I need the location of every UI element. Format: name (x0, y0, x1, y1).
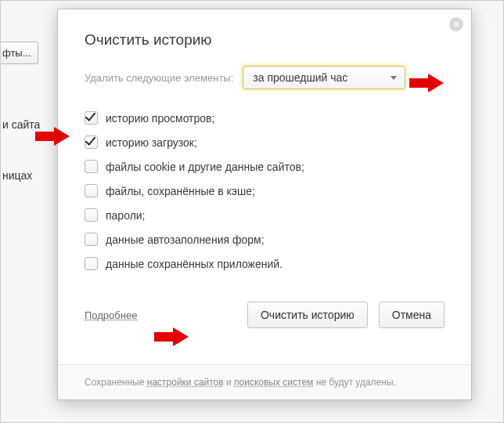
checkbox-label: пароли; (106, 209, 146, 222)
background-fonts-button[interactable]: фты... (1, 42, 38, 64)
background-text-2: ницах (2, 169, 32, 182)
dialog-title: Очистить историю (85, 31, 445, 49)
checkbox-app-data[interactable] (85, 257, 98, 270)
checkbox-label: файлы, сохранённые в кэше; (106, 185, 255, 197)
footer-link-site-settings[interactable]: настройки сайтов (147, 377, 224, 388)
checkbox-label: данные автозаполнения форм; (106, 233, 265, 246)
checkbox-browsing-history[interactable] (85, 111, 98, 125)
background-sidebar: фты... и сайта ницах (1, 1, 56, 422)
checkbox-label: историю просмотров; (106, 112, 214, 125)
clear-history-dialog: × Очистить историю Удалить следующие эле… (57, 9, 472, 400)
more-link[interactable]: Подробнее (85, 309, 137, 321)
period-select[interactable]: за прошедший час (243, 66, 405, 89)
list-item: историю загрузок; (85, 136, 445, 149)
list-item: файлы, сохранённые в кэше; (85, 184, 445, 197)
list-item: файлы cookie и другие данные сайтов; (85, 160, 445, 173)
background-text-1: и сайта (2, 118, 40, 131)
checkbox-download-history[interactable] (85, 136, 98, 149)
list-item: историю просмотров; (85, 111, 445, 125)
dialog-footer: Сохраненные настройки сайтов и поисковых… (58, 364, 471, 400)
period-selected-value: за прошедший час (253, 71, 347, 84)
checkbox-label: файлы cookie и другие данные сайтов; (106, 161, 304, 173)
footer-text: Сохраненные (85, 377, 147, 388)
footer-text: и (224, 377, 234, 388)
checkbox-label: данные сохранённых приложений. (106, 258, 283, 270)
checkbox-label: историю загрузок; (106, 136, 197, 149)
checkbox-list: историю просмотров; историю загрузок; фа… (85, 111, 445, 270)
list-item: пароли; (85, 208, 445, 222)
checkbox-passwords[interactable] (85, 208, 98, 222)
checkbox-cookies[interactable] (85, 160, 98, 173)
footer-text: не будут удалены. (313, 377, 396, 388)
checkbox-autofill[interactable] (85, 233, 98, 246)
delete-label: Удалить следующие элементы: (85, 72, 233, 84)
close-icon[interactable]: × (449, 17, 463, 31)
clear-history-button[interactable]: Очистить историю (247, 302, 368, 328)
cancel-button[interactable]: Отмена (379, 302, 445, 328)
list-item: данные сохранённых приложений. (85, 257, 445, 270)
checkbox-cache[interactable] (85, 184, 98, 197)
footer-link-search-engines[interactable]: поисковых систем (234, 377, 313, 388)
list-item: данные автозаполнения форм; (85, 233, 445, 246)
